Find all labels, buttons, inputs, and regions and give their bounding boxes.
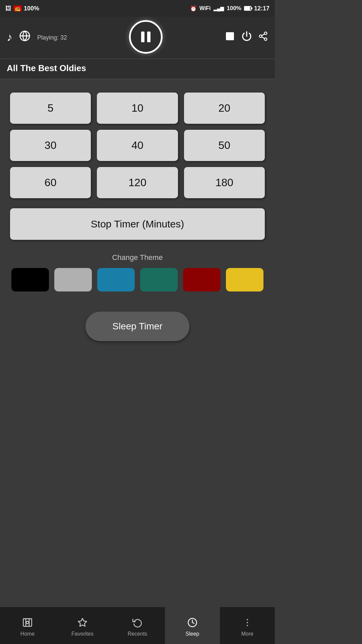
music-note-icon[interactable]: ♪ [7,31,12,44]
sleep-timer-button[interactable]: Sleep Timer [85,312,189,341]
sleep-timer-area: Sleep Timer [10,312,265,341]
wifi-icon: WiFi [199,5,211,11]
theme-color-red[interactable] [183,268,221,291]
svg-point-15 [247,619,248,620]
station-title-text: All The Best Oldies [7,63,268,73]
nav-item-recents[interactable]: Recents [110,607,165,644]
home-icon [22,618,33,629]
battery-percent-display: 100% [227,5,241,12]
nav-label-recents: Recents [128,631,147,637]
nav-item-more[interactable]: More [220,607,275,644]
player-header: ♪ Playing: 32 [0,17,275,59]
sleep-timer-label: Sleep Timer [112,321,162,331]
timer-btn-5[interactable]: 5 [10,93,91,124]
stop-timer-button[interactable]: Stop Timer (Minutes) [10,208,265,240]
status-right: ⏰ WiFi ▂▄▆ 100% 12:17 [190,5,269,12]
timer-btn-180[interactable]: 180 [184,167,265,198]
header-left-icons: ♪ Playing: 32 [7,30,67,44]
time-display: 12:17 [254,5,269,12]
svg-line-7 [262,34,265,36]
theme-color-teal[interactable] [140,268,178,291]
timer-btn-60[interactable]: 60 [10,167,91,198]
timer-btn-50[interactable]: 50 [184,130,265,161]
nav-item-home[interactable]: Home [0,607,55,644]
favorites-icon [77,618,87,629]
station-title-bar: All The Best Oldies [0,59,275,79]
timer-grid: 5 10 20 30 40 50 60 120 180 [10,93,265,198]
photo-icon: 🖼 [5,5,11,12]
timer-btn-120[interactable]: 120 [97,167,178,198]
pause-icon [141,32,150,42]
timer-btn-10[interactable]: 10 [97,93,178,124]
theme-section: Change Theme [10,253,265,291]
radio-icon: 📻 [13,5,22,11]
bottom-navigation: Home Favorites Recents Sleep [0,607,275,644]
nav-item-sleep[interactable]: Sleep [165,607,220,644]
theme-color-gray[interactable] [54,268,92,291]
status-bar: 🖼 📻 100% ⏰ WiFi ▂▄▆ 100% 12:17 [0,0,275,17]
svg-point-16 [247,622,248,623]
svg-point-9 [26,621,29,624]
nav-label-favorites: Favorites [71,631,94,637]
recents-icon [132,618,142,629]
nav-item-favorites[interactable]: Favorites [55,607,110,644]
theme-color-swatches [10,268,265,291]
timer-btn-30[interactable]: 30 [10,130,91,161]
more-icon [242,618,252,629]
svg-line-6 [262,37,265,39]
status-left: 🖼 📻 100% [5,5,39,12]
share-icon[interactable] [258,31,268,43]
svg-point-17 [247,625,248,626]
signal-icon: ▂▄▆ [214,6,224,11]
globe-icon[interactable] [19,30,31,44]
timer-btn-20[interactable]: 20 [184,93,265,124]
theme-color-blue[interactable] [97,268,135,291]
pause-button-area [129,20,163,54]
battery-icon [244,6,251,11]
theme-color-yellow[interactable] [226,268,263,291]
svg-rect-8 [23,619,32,627]
nav-label-sleep: Sleep [186,631,199,637]
svg-marker-13 [78,619,87,627]
stop-icon[interactable] [225,31,235,43]
main-content: 5 10 20 30 40 50 60 120 180 Stop Timer (… [0,79,275,348]
theme-color-black[interactable] [11,268,49,291]
battery-percent-text: 100% [24,5,39,12]
sleep-icon [187,618,197,629]
svg-rect-2 [226,32,234,40]
nav-label-home: Home [20,631,35,637]
nav-label-more: More [241,631,253,637]
header-right-icons [225,31,268,43]
timer-btn-40[interactable]: 40 [97,130,178,161]
stop-timer-label: Stop Timer (Minutes) [91,218,184,229]
change-theme-label: Change Theme [10,253,265,262]
pause-button[interactable] [129,20,163,54]
playing-label: Playing: 32 [37,34,67,41]
power-icon[interactable] [241,31,252,43]
alarm-icon: ⏰ [190,5,197,12]
